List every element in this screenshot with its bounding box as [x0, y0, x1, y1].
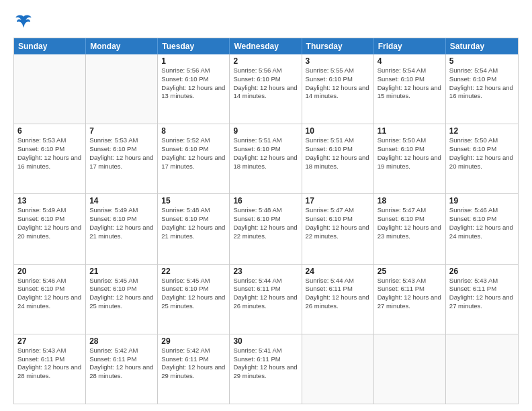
- calendar-cell: 10Sunrise: 5:51 AM Sunset: 6:10 PM Dayli…: [302, 124, 374, 193]
- calendar-cell: 26Sunrise: 5:43 AM Sunset: 6:11 PM Dayli…: [446, 265, 518, 334]
- day-info: Sunrise: 5:46 AM Sunset: 6:10 PM Dayligh…: [449, 206, 515, 240]
- day-number: 1: [161, 56, 226, 66]
- calendar-header-cell: Friday: [374, 38, 446, 54]
- calendar-cell: [446, 334, 518, 404]
- day-info: Sunrise: 5:41 AM Sunset: 6:11 PM Dayligh…: [233, 347, 298, 381]
- calendar-cell: 27Sunrise: 5:43 AM Sunset: 6:11 PM Dayli…: [14, 334, 86, 404]
- calendar-row: 27Sunrise: 5:43 AM Sunset: 6:11 PM Dayli…: [14, 334, 518, 404]
- day-info: Sunrise: 5:47 AM Sunset: 6:10 PM Dayligh…: [378, 206, 442, 240]
- calendar-cell: 12Sunrise: 5:50 AM Sunset: 6:10 PM Dayli…: [446, 124, 518, 193]
- calendar-cell: 11Sunrise: 5:50 AM Sunset: 6:10 PM Dayli…: [374, 124, 446, 193]
- day-info: Sunrise: 5:51 AM Sunset: 6:10 PM Dayligh…: [306, 136, 370, 171]
- day-number: 16: [233, 196, 298, 205]
- day-info: Sunrise: 5:50 AM Sunset: 6:10 PM Dayligh…: [449, 136, 515, 171]
- day-info: Sunrise: 5:54 AM Sunset: 6:10 PM Dayligh…: [378, 66, 442, 101]
- calendar-header-cell: Thursday: [302, 38, 374, 54]
- day-info: Sunrise: 5:42 AM Sunset: 6:11 PM Dayligh…: [89, 347, 154, 381]
- day-info: Sunrise: 5:53 AM Sunset: 6:10 PM Dayligh…: [89, 136, 154, 171]
- calendar-cell: 20Sunrise: 5:46 AM Sunset: 6:10 PM Dayli…: [14, 265, 86, 334]
- calendar-cell: 14Sunrise: 5:49 AM Sunset: 6:10 PM Dayli…: [86, 194, 158, 263]
- calendar-row: 6Sunrise: 5:53 AM Sunset: 6:10 PM Daylig…: [14, 124, 518, 193]
- day-info: Sunrise: 5:49 AM Sunset: 6:10 PM Dayligh…: [17, 206, 82, 240]
- calendar-cell: 5Sunrise: 5:54 AM Sunset: 6:10 PM Daylig…: [446, 54, 518, 124]
- calendar-cell: [14, 54, 86, 124]
- calendar-cell: 22Sunrise: 5:45 AM Sunset: 6:10 PM Dayli…: [158, 265, 230, 334]
- day-info: Sunrise: 5:43 AM Sunset: 6:11 PM Dayligh…: [449, 277, 515, 311]
- calendar-cell: 4Sunrise: 5:54 AM Sunset: 6:10 PM Daylig…: [374, 54, 446, 124]
- day-info: Sunrise: 5:43 AM Sunset: 6:11 PM Dayligh…: [378, 277, 442, 311]
- calendar-cell: 21Sunrise: 5:45 AM Sunset: 6:10 PM Dayli…: [86, 265, 158, 334]
- header: [13, 12, 519, 32]
- day-info: Sunrise: 5:44 AM Sunset: 6:11 PM Dayligh…: [233, 277, 298, 311]
- day-number: 22: [161, 267, 226, 276]
- day-number: 28: [89, 336, 154, 346]
- day-info: Sunrise: 5:43 AM Sunset: 6:11 PM Dayligh…: [17, 347, 82, 381]
- calendar: SundayMondayTuesdayWednesdayThursdayFrid…: [13, 38, 519, 404]
- day-info: Sunrise: 5:50 AM Sunset: 6:10 PM Dayligh…: [378, 136, 442, 171]
- calendar-header-cell: Tuesday: [158, 38, 230, 54]
- day-number: 24: [306, 267, 370, 276]
- day-info: Sunrise: 5:53 AM Sunset: 6:10 PM Dayligh…: [17, 136, 82, 171]
- day-info: Sunrise: 5:55 AM Sunset: 6:10 PM Dayligh…: [306, 66, 370, 101]
- day-number: 25: [378, 267, 442, 276]
- day-info: Sunrise: 5:45 AM Sunset: 6:10 PM Dayligh…: [89, 277, 154, 311]
- day-number: 9: [233, 126, 298, 136]
- day-number: 30: [233, 336, 298, 346]
- day-info: Sunrise: 5:48 AM Sunset: 6:10 PM Dayligh…: [233, 206, 298, 240]
- calendar-cell: [86, 54, 158, 124]
- calendar-cell: 19Sunrise: 5:46 AM Sunset: 6:10 PM Dayli…: [446, 194, 518, 263]
- day-number: 23: [233, 267, 298, 276]
- calendar-cell: [302, 334, 374, 404]
- logo-bird-icon: [13, 12, 34, 32]
- calendar-cell: [374, 334, 446, 404]
- calendar-row: 20Sunrise: 5:46 AM Sunset: 6:10 PM Dayli…: [14, 264, 518, 334]
- calendar-cell: 25Sunrise: 5:43 AM Sunset: 6:11 PM Dayli…: [374, 265, 446, 334]
- calendar-header-cell: Wednesday: [230, 38, 302, 54]
- day-number: 6: [17, 126, 82, 136]
- calendar-cell: 8Sunrise: 5:52 AM Sunset: 6:10 PM Daylig…: [158, 124, 230, 193]
- day-info: Sunrise: 5:44 AM Sunset: 6:11 PM Dayligh…: [306, 277, 370, 311]
- day-info: Sunrise: 5:56 AM Sunset: 6:10 PM Dayligh…: [233, 66, 298, 101]
- day-number: 20: [17, 267, 82, 276]
- calendar-header-cell: Saturday: [446, 38, 518, 54]
- day-number: 15: [161, 196, 226, 205]
- day-info: Sunrise: 5:56 AM Sunset: 6:10 PM Dayligh…: [161, 66, 226, 101]
- logo: [13, 12, 36, 32]
- calendar-cell: 30Sunrise: 5:41 AM Sunset: 6:11 PM Dayli…: [230, 334, 302, 404]
- day-info: Sunrise: 5:49 AM Sunset: 6:10 PM Dayligh…: [89, 206, 154, 240]
- day-info: Sunrise: 5:54 AM Sunset: 6:10 PM Dayligh…: [449, 66, 515, 101]
- calendar-cell: 7Sunrise: 5:53 AM Sunset: 6:10 PM Daylig…: [86, 124, 158, 193]
- calendar-cell: 24Sunrise: 5:44 AM Sunset: 6:11 PM Dayli…: [302, 265, 374, 334]
- day-number: 7: [89, 126, 154, 136]
- calendar-cell: 29Sunrise: 5:42 AM Sunset: 6:11 PM Dayli…: [158, 334, 230, 404]
- day-number: 17: [306, 196, 370, 205]
- day-number: 29: [161, 336, 226, 346]
- day-info: Sunrise: 5:47 AM Sunset: 6:10 PM Dayligh…: [306, 206, 370, 240]
- day-number: 14: [89, 196, 154, 205]
- day-number: 21: [89, 267, 154, 276]
- calendar-header-cell: Monday: [86, 38, 158, 54]
- calendar-header: SundayMondayTuesdayWednesdayThursdayFrid…: [14, 38, 518, 54]
- day-number: 11: [378, 126, 442, 136]
- day-number: 26: [449, 267, 515, 276]
- day-number: 4: [378, 56, 442, 66]
- calendar-cell: 23Sunrise: 5:44 AM Sunset: 6:11 PM Dayli…: [230, 265, 302, 334]
- calendar-cell: 13Sunrise: 5:49 AM Sunset: 6:10 PM Dayli…: [14, 194, 86, 263]
- day-info: Sunrise: 5:42 AM Sunset: 6:11 PM Dayligh…: [161, 347, 226, 381]
- day-number: 12: [449, 126, 515, 136]
- day-number: 5: [449, 56, 515, 66]
- day-number: 8: [161, 126, 226, 136]
- day-info: Sunrise: 5:52 AM Sunset: 6:10 PM Dayligh…: [161, 136, 226, 171]
- day-info: Sunrise: 5:51 AM Sunset: 6:10 PM Dayligh…: [233, 136, 298, 171]
- day-number: 10: [306, 126, 370, 136]
- calendar-body: 1Sunrise: 5:56 AM Sunset: 6:10 PM Daylig…: [14, 54, 518, 404]
- calendar-cell: 6Sunrise: 5:53 AM Sunset: 6:10 PM Daylig…: [14, 124, 86, 193]
- day-number: 13: [17, 196, 82, 205]
- day-number: 2: [233, 56, 298, 66]
- day-info: Sunrise: 5:45 AM Sunset: 6:10 PM Dayligh…: [161, 277, 226, 311]
- day-number: 27: [17, 336, 82, 346]
- calendar-cell: 28Sunrise: 5:42 AM Sunset: 6:11 PM Dayli…: [86, 334, 158, 404]
- day-info: Sunrise: 5:46 AM Sunset: 6:10 PM Dayligh…: [17, 277, 82, 311]
- calendar-row: 1Sunrise: 5:56 AM Sunset: 6:10 PM Daylig…: [14, 54, 518, 124]
- day-number: 3: [306, 56, 370, 66]
